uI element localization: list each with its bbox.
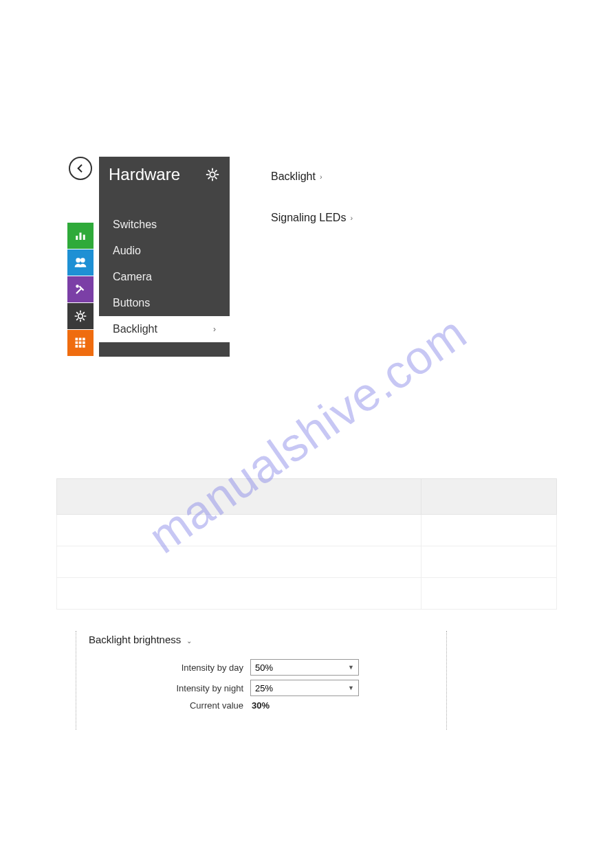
label-intensity-night: Intensity by night [89, 683, 250, 693]
current-value: 30% [250, 700, 270, 711]
stats-tile[interactable] [67, 223, 94, 249]
svg-rect-12 [83, 342, 85, 344]
settings-tile[interactable] [67, 303, 94, 329]
svg-point-5 [76, 285, 79, 288]
label-intensity-day: Intensity by day [89, 663, 250, 673]
row-intensity-night: Intensity by night 25% ▼ [89, 680, 434, 696]
link-label: Signaling LEDs [271, 212, 346, 224]
dropdown-icon: ▼ [348, 664, 354, 671]
svg-rect-7 [76, 338, 78, 341]
tools-icon [74, 283, 87, 296]
table-row [57, 515, 557, 546]
menu-title: Hardware [109, 165, 180, 184]
back-button[interactable] [69, 157, 92, 180]
select-value: 25% [255, 683, 273, 693]
panel-title-text: Backlight brightness [89, 634, 181, 645]
svg-rect-11 [79, 342, 82, 344]
menu-items: Switches Audio Camera Buttons Backlight … [99, 192, 230, 342]
svg-point-4 [80, 258, 85, 263]
svg-point-6 [78, 314, 83, 319]
table-row [57, 546, 557, 578]
grid-tile[interactable] [67, 330, 94, 356]
chevron-right-icon: › [320, 173, 322, 181]
svg-rect-15 [83, 345, 85, 348]
table-header-row [57, 479, 557, 515]
icon-rail [67, 223, 99, 357]
empty-table [56, 478, 557, 610]
users-icon [74, 256, 87, 269]
menu-item-camera[interactable]: Camera [99, 264, 230, 290]
menu-item-backlight[interactable]: Backlight › [99, 316, 230, 342]
row-intensity-day: Intensity by day 50% ▼ [89, 659, 434, 676]
gear-icon [74, 309, 87, 323]
menu-item-buttons[interactable]: Buttons [99, 290, 230, 316]
svg-rect-8 [79, 338, 82, 341]
label-current-value: Current value [89, 700, 250, 711]
svg-point-16 [210, 172, 215, 177]
gear-icon[interactable] [205, 167, 220, 182]
menu-item-switches[interactable]: Switches [99, 212, 230, 238]
content-links: Backlight › Signaling LEDs › [271, 170, 353, 357]
chevron-right-icon: › [213, 324, 216, 334]
bar-chart-icon [74, 230, 87, 242]
menu-item-audio[interactable]: Audio [99, 238, 230, 264]
backlight-brightness-panel: Backlight brightness ⌄ Intensity by day … [76, 631, 447, 730]
select-intensity-day[interactable]: 50% ▼ [250, 659, 359, 676]
chevron-down-icon: ⌄ [186, 637, 192, 645]
menu-item-label: Backlight [113, 323, 157, 335]
svg-rect-13 [76, 345, 78, 348]
svg-rect-0 [76, 236, 78, 240]
hardware-menu: Hardware Switches Audio Camera Buttons B… [99, 157, 230, 357]
grid-icon [74, 337, 87, 349]
tools-tile[interactable] [67, 276, 94, 302]
svg-rect-14 [79, 345, 82, 348]
svg-rect-2 [83, 235, 85, 241]
screenshot-region: Hardware Switches Audio Camera Buttons B… [67, 157, 353, 357]
dropdown-icon: ▼ [348, 685, 354, 691]
arrow-left-icon [75, 163, 86, 174]
svg-rect-9 [83, 338, 85, 341]
link-label: Backlight [271, 170, 316, 183]
select-intensity-night[interactable]: 25% ▼ [250, 680, 359, 696]
link-backlight[interactable]: Backlight › [271, 170, 353, 183]
users-tile[interactable] [67, 249, 94, 276]
left-column [67, 157, 99, 357]
menu-header: Hardware [99, 157, 230, 192]
svg-point-3 [76, 258, 80, 263]
table-row [57, 578, 557, 610]
row-current-value: Current value 30% [89, 700, 434, 711]
svg-rect-1 [80, 233, 82, 241]
panel-title[interactable]: Backlight brightness ⌄ [89, 634, 434, 645]
select-value: 50% [255, 663, 273, 673]
svg-rect-10 [76, 342, 78, 344]
link-signaling-leds[interactable]: Signaling LEDs › [271, 212, 353, 224]
chevron-right-icon: › [350, 214, 353, 222]
